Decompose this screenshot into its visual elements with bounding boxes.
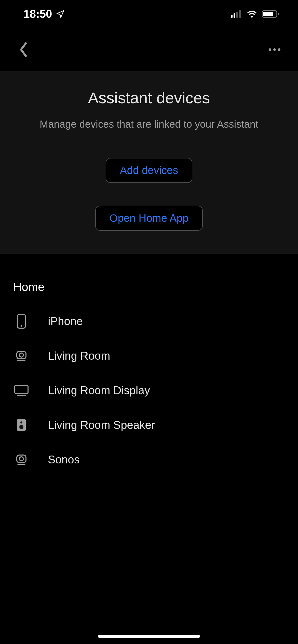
svg-point-21	[19, 457, 23, 461]
more-button[interactable]	[267, 42, 282, 57]
device-label: Living Room Speaker	[48, 419, 155, 431]
svg-rect-20	[17, 455, 26, 463]
statusbar-left: 18:50	[23, 8, 65, 20]
device-row-display[interactable]: Living Room Display	[13, 373, 285, 408]
section-header-home: Home	[13, 254, 285, 304]
hero-panel: Assistant devices Manage devices that ar…	[0, 71, 298, 254]
device-label: Living Room Display	[48, 384, 150, 397]
statusbar: 18:50	[0, 0, 298, 28]
device-row-livingroom[interactable]: Living Room	[13, 339, 285, 373]
chevron-left-icon	[18, 42, 29, 57]
device-row-iphone[interactable]: iPhone	[13, 304, 285, 339]
page-title: Assistant devices	[10, 89, 288, 107]
svg-rect-6	[278, 13, 279, 15]
cellular-signal-icon	[231, 10, 242, 18]
open-home-app-button[interactable]: Open Home App	[95, 206, 203, 231]
wifi-icon	[247, 10, 257, 18]
svg-point-9	[278, 48, 280, 51]
statusbar-time: 18:50	[23, 8, 52, 20]
svg-point-8	[273, 48, 276, 51]
tv-icon	[13, 384, 30, 397]
device-row-speaker[interactable]: Living Room Speaker	[13, 408, 285, 442]
phone-icon	[13, 314, 30, 329]
svg-rect-12	[17, 351, 26, 359]
back-button[interactable]	[16, 42, 31, 57]
svg-point-7	[269, 48, 271, 51]
svg-point-11	[21, 325, 22, 327]
statusbar-right	[231, 10, 280, 18]
home-indicator[interactable]	[98, 635, 200, 638]
add-devices-button[interactable]: Add devices	[106, 158, 193, 183]
svg-point-19	[19, 425, 23, 429]
battery-icon	[262, 10, 280, 18]
device-row-sonos[interactable]: Sonos	[13, 442, 285, 477]
svg-point-13	[19, 353, 23, 357]
svg-rect-2	[236, 12, 238, 18]
device-section: Home iPhone Living Room Living Room	[0, 254, 298, 477]
svg-rect-0	[231, 15, 233, 18]
more-horizontal-icon	[268, 48, 281, 51]
svg-rect-1	[234, 13, 235, 18]
svg-rect-3	[239, 10, 241, 18]
svg-rect-5	[263, 12, 273, 16]
speaker-icon	[13, 418, 30, 432]
device-label: iPhone	[48, 315, 83, 328]
appbar	[0, 28, 298, 71]
device-label: Living Room	[48, 349, 110, 362]
webcam-icon	[13, 453, 30, 466]
svg-rect-15	[15, 385, 28, 393]
webcam-icon	[13, 350, 30, 362]
svg-point-18	[20, 421, 22, 423]
device-label: Sonos	[48, 453, 80, 466]
location-arrow-icon	[56, 9, 65, 19]
page-subtitle: Manage devices that are linked to your A…	[10, 119, 288, 130]
